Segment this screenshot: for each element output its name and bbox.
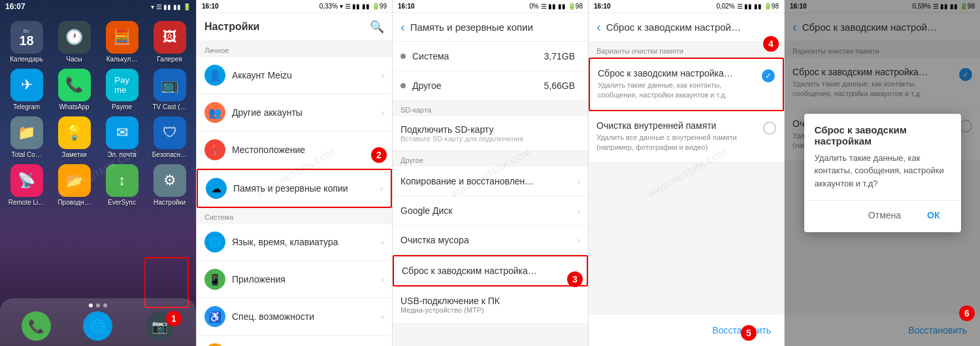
sistema-size: 3,71GB <box>544 51 575 61</box>
memory-usb[interactable]: USB-подключение к ПК Медиа-устройство (M… <box>393 286 588 324</box>
notes-label: Заметки <box>61 151 86 159</box>
payme-label: Payme <box>112 103 132 111</box>
memory-reset[interactable]: Сброс к заводским настройка… › <box>393 255 588 286</box>
other-title: Другое <box>412 80 544 91</box>
app-notes[interactable]: 💡 Заметки <box>53 116 95 159</box>
status-time-2: 16:10 <box>202 3 219 10</box>
reset-option-internal[interactable]: Очистка внутренней памяти Удалить все да… <box>589 111 784 163</box>
app-payme[interactable]: Payme Payme <box>101 69 143 111</box>
app-email[interactable]: ✉ Эл. почта <box>101 116 143 159</box>
cleanup-title: Очистка мусора <box>400 235 577 245</box>
accessibility-title: Спец. возможности <box>232 311 381 322</box>
radio-internal[interactable] <box>763 122 776 135</box>
memory-gdrive[interactable]: Google Диск › <box>393 196 588 226</box>
status-time-3: 16:10 <box>398 3 415 10</box>
back-arrow-4[interactable]: ‹ <box>596 20 601 35</box>
dock-browser[interactable]: 🌐 <box>83 311 112 341</box>
tvcast-label: TV Cast (… <box>152 103 186 111</box>
app-calendar[interactable]: Вс 18 Календарь <box>5 21 48 63</box>
accounts-title: Другие аккаунты <box>232 107 381 118</box>
gallery-label: Галерея <box>157 56 182 63</box>
security-label: Безопасн… <box>152 151 187 159</box>
whatsapp-label: WhatsApp <box>59 103 89 111</box>
app-calculator[interactable]: 🧮 Калькул… <box>101 21 143 63</box>
arrow-accessibility: › <box>381 311 384 322</box>
factory-reset-title: Сброс к заводским настройка… <box>598 68 757 78</box>
settings-label: Настройки <box>154 199 186 207</box>
arrow-language: › <box>381 237 384 247</box>
section-personal: Личное <box>197 41 392 57</box>
app-clock[interactable]: 🕐 Часы <box>53 21 95 63</box>
home-screen: 16:07 ▾ ☰ ▮▮ ▮▮ 🔋 Вс 18 Календарь 🕐 Часы… <box>0 0 196 346</box>
settings-item-language[interactable]: 🌐 Язык, время, клавиатура › <box>197 224 392 261</box>
app-remote[interactable]: 📡 Remote Li… <box>5 164 48 207</box>
variants-label-4: Варианты очистки памяти <box>589 42 784 58</box>
dock-phone[interactable]: 📞 <box>22 311 51 341</box>
reset-option-factory[interactable]: Сброс к заводским настройка… Удалить так… <box>589 58 784 111</box>
app-tvcast[interactable]: 📺 TV Cast (… <box>148 69 191 111</box>
status-icons-3: 0% ☰ ▮▮ ▮▮ 🔋98 <box>529 3 583 10</box>
dialog-overlay: Сброс к заводским настройкам Удалить так… <box>785 0 980 346</box>
dialog-box: Сброс к заводским настройкам Удалить так… <box>804 114 961 233</box>
sd-label: SD-карта <box>393 101 588 116</box>
sd-connect-title: Подключить SD-карту <box>400 124 580 135</box>
memory-cleanup[interactable]: Очистка мусора › <box>393 226 588 255</box>
other-dot <box>400 83 406 88</box>
search-icon-2[interactable]: 🔍 <box>370 20 384 34</box>
dialog-title: Сброс к заводским настройкам <box>804 114 961 152</box>
status-icons-2: 0,33% ▾ ☰ ▮▮ ▮▮ 🔋99 <box>319 3 387 10</box>
settings-item-apps[interactable]: 📱 Приложения › <box>197 261 392 298</box>
settings-item-location[interactable]: 📍 Местоположение › <box>197 131 392 169</box>
other-size: 5,66GB <box>544 80 575 91</box>
app-whatsapp[interactable]: 📞 WhatsApp <box>53 69 95 111</box>
app-settings[interactable]: ⚙ Настройки <box>148 164 191 207</box>
app-telegram[interactable]: ✈ Telegram <box>5 69 48 111</box>
dialog-ok-btn[interactable]: ОК <box>917 206 950 224</box>
step-2: 2 <box>371 147 387 163</box>
app-eversync[interactable]: ↕ EverSync <box>101 164 143 207</box>
accessibility-icon: ♿ <box>204 306 225 327</box>
language-icon: 🌐 <box>204 232 225 252</box>
meizu-title: Аккаунт Meizu <box>232 70 381 80</box>
apps-title: Приложения <box>232 274 381 285</box>
app-security[interactable]: 🛡 Безопасн… <box>148 116 191 159</box>
step-4: 4 <box>763 36 779 52</box>
meizu-icon: 👤 <box>204 65 225 86</box>
app-totalco[interactable]: 📁 Total Co… <box>5 116 48 159</box>
radio-factory[interactable] <box>762 69 775 82</box>
step-6: 6 <box>959 305 975 321</box>
settings-item-meizu[interactable]: 👤 Аккаунт Meizu › <box>197 57 392 94</box>
status-time-1: 16:07 <box>5 2 25 11</box>
status-time-4: 16:10 <box>594 3 611 10</box>
app-filemanager[interactable]: 📂 Проводн… <box>53 164 95 207</box>
settings-item-accessibility[interactable]: ♿ Спец. возможности › <box>197 298 392 336</box>
memory-backup[interactable]: Копирование и восстановлен… › <box>393 167 588 196</box>
memory-title: Память и резервные копии <box>233 183 380 194</box>
dialog-buttons: Отмена ОК <box>804 200 961 232</box>
usb-title: USB-подключение к ПК <box>400 296 580 306</box>
arrow-apps: › <box>381 274 384 285</box>
backup-arrow: › <box>577 176 580 186</box>
settings-screen: 16:10 0,33% ▾ ☰ ▮▮ ▮▮ 🔋99 Настройки 🔍 Ли… <box>196 0 392 346</box>
usb-sub: Медиа-устройство (MTP) <box>400 306 580 314</box>
email-label: Эл. почта <box>107 151 136 159</box>
arrow-memory: › <box>380 183 383 194</box>
apps-icon: 📱 <box>204 269 225 290</box>
status-bar-2: 16:10 0,33% ▾ ☰ ▮▮ ▮▮ 🔋99 <box>197 0 392 13</box>
settings-item-accounts[interactable]: 👥 Другие аккаунты › <box>197 94 392 131</box>
settings-item-memory[interactable]: ☁ Память и резервные копии › <box>197 169 392 208</box>
memory-icon: ☁ <box>206 178 227 199</box>
sd-connect-item[interactable]: Подключить SD-карту Вставьте SD-карту дл… <box>393 116 588 151</box>
memory-other[interactable]: Другое 5,66GB <box>393 71 588 101</box>
memory-sistema[interactable]: Система 3,71GB <box>393 42 588 71</box>
arrow-meizu: › <box>381 70 384 80</box>
dock-icons: 📞 🌐 📷 <box>5 311 191 341</box>
arrow-accounts: › <box>381 107 384 118</box>
filemanager-label: Проводн… <box>57 199 90 207</box>
backup-title: Копирование и восстановлен… <box>400 176 577 186</box>
settings-item-update[interactable]: 🔄 Обновление системы › <box>197 336 392 346</box>
app-gallery[interactable]: 🖼 Галерея <box>148 21 191 63</box>
dialog-cancel-btn[interactable]: Отмена <box>858 206 911 224</box>
eversync-label: EverSync <box>108 199 136 207</box>
back-arrow-3[interactable]: ‹ <box>400 20 405 35</box>
